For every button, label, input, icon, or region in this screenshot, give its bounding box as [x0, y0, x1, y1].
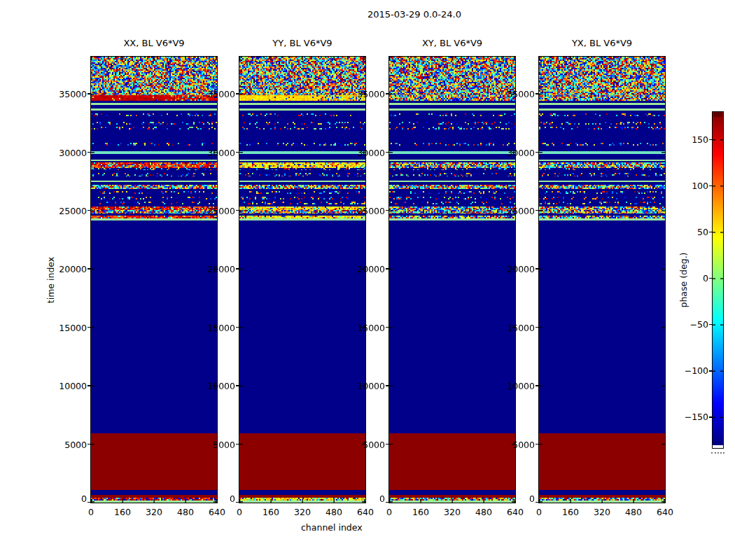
x-tick-label: 0 [77, 507, 105, 517]
colorbar [712, 111, 724, 449]
tick-mark [236, 268, 239, 269]
x-tick-label: 160 [257, 507, 285, 517]
tick-mark [386, 444, 389, 444]
x-tick-label: 480 [470, 507, 498, 517]
tick-mark [709, 232, 713, 232]
y-tick-label: 15000 [45, 323, 87, 333]
colorbar-tick-label: −50 [666, 319, 708, 330]
panel-title-xy: XY, BL V6*V9 [422, 38, 482, 48]
tick-mark [386, 385, 389, 386]
x-tick-label: 320 [288, 507, 316, 517]
x-tick-label: 640 [203, 507, 231, 517]
panel-title-yy: YY, BL V6*V9 [272, 38, 332, 48]
y-tick-label: 35000 [45, 89, 87, 99]
heatmap-canvas [389, 57, 515, 503]
figure-title: 2015-03-29 0.0-24.0 [368, 9, 461, 20]
x-tick-label: 480 [620, 507, 648, 517]
tick-mark [386, 327, 389, 328]
tick-mark [236, 385, 239, 386]
tick-mark [386, 93, 389, 94]
heatmap-canvas [91, 57, 217, 503]
y-tick-label: 25000 [45, 206, 87, 216]
colorbar-tick-label: 100 [666, 181, 708, 191]
tick-mark [236, 210, 239, 211]
y-tick-label: 0 [45, 493, 87, 504]
panel-title-yx: YX, BL V6*V9 [572, 38, 632, 48]
tick-mark [709, 278, 713, 279]
x-tick-label: 640 [351, 507, 379, 517]
heatmap-canvas [239, 57, 365, 503]
x-tick-label: 0 [225, 507, 253, 517]
x-tick-label: 160 [407, 507, 435, 517]
colorbar-canvas [713, 112, 723, 445]
tick-mark [536, 385, 539, 386]
tick-mark [88, 93, 91, 94]
tick-mark [88, 385, 91, 386]
tick-mark [709, 370, 713, 371]
colorbar-tick-label: 150 [666, 134, 708, 145]
y-tick-label: 10000 [45, 381, 87, 391]
tick-mark [386, 502, 389, 503]
x-tick-label: 160 [556, 507, 584, 517]
tick-mark [88, 502, 91, 503]
tick-mark [536, 444, 539, 444]
x-tick-label: 160 [108, 507, 136, 517]
tick-mark [536, 152, 539, 153]
colorbar-tick-label: 50 [666, 227, 708, 237]
tick-mark [536, 327, 539, 328]
heatmap-panel-yx [538, 56, 666, 503]
tick-mark [709, 186, 713, 186]
y-tick-label: 30000 [45, 148, 87, 158]
tick-mark [386, 152, 389, 153]
tick-mark [536, 210, 539, 211]
tick-mark [236, 152, 239, 153]
tick-mark [88, 210, 91, 211]
colorbar-dotted-edge [711, 452, 724, 454]
tick-mark [536, 268, 539, 269]
tick-mark [236, 444, 239, 444]
colorbar-tick-label: −150 [666, 412, 708, 422]
tick-mark [709, 324, 713, 325]
tick-mark [709, 416, 713, 417]
tick-mark [536, 93, 539, 94]
tick-mark [236, 502, 239, 503]
heatmap-panel-xx [90, 56, 218, 503]
x-tick-label: 640 [651, 507, 679, 517]
y-tick-label: 5000 [45, 440, 87, 450]
x-tick-label: 480 [320, 507, 348, 517]
y-axis-label: time index [46, 257, 56, 303]
x-tick-label: 320 [438, 507, 466, 517]
x-tick-label: 640 [501, 507, 529, 517]
tick-mark [88, 327, 91, 328]
x-tick-label: 320 [140, 507, 168, 517]
heatmap-panel-xy [388, 56, 516, 503]
tick-mark [386, 210, 389, 211]
colorbar-tick-label: −100 [666, 365, 708, 376]
phase-heatmap-figure: 2015-03-29 0.0-24.0 time index channel i… [0, 0, 735, 560]
tick-mark [88, 152, 91, 153]
heatmap-panel-yy [239, 56, 366, 503]
tick-mark [236, 327, 239, 328]
tick-mark [536, 502, 539, 503]
heatmap-canvas [539, 57, 665, 503]
tick-mark [386, 268, 389, 269]
tick-mark [709, 139, 713, 140]
panel-title-xx: XX, BL V6*V9 [123, 38, 184, 48]
x-tick-label: 320 [588, 507, 616, 517]
x-tick-label: 0 [375, 507, 403, 517]
tick-mark [88, 268, 91, 269]
tick-mark [88, 444, 91, 444]
colorbar-label: phase (deg.) [678, 253, 689, 308]
tick-mark [236, 93, 239, 94]
x-tick-label: 480 [172, 507, 200, 517]
x-tick-label: 0 [525, 507, 553, 517]
x-axis-label: channel index [301, 522, 363, 533]
